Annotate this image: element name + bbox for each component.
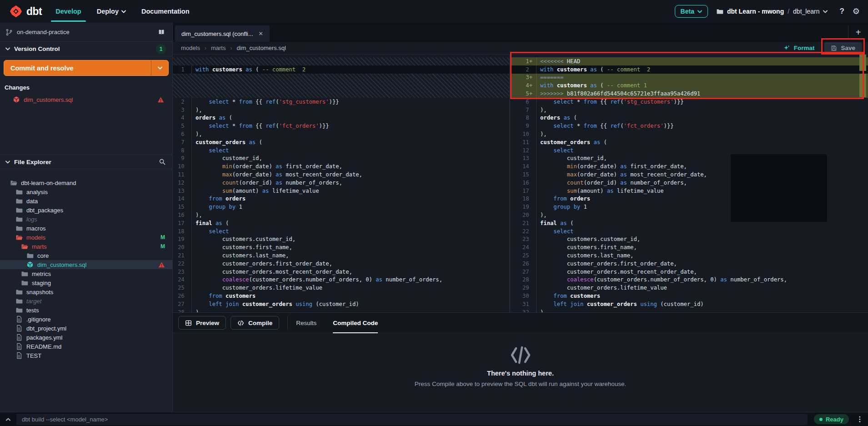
tree-item-macros[interactable]: macros — [0, 224, 172, 233]
code-line: 28 ) — [173, 308, 509, 312]
save-button[interactable]: Save — [824, 42, 862, 54]
code-line: 23 customer_orders.most_recent_order_dat… — [173, 268, 509, 276]
folder-icon — [21, 279, 28, 286]
code-line: 2 with customers as ( -- comment 2 — [510, 65, 868, 74]
tree-item-snapshots[interactable]: snapshots — [0, 287, 172, 296]
editor-area: dim_customers.sql (confli... ✕ + models … — [173, 23, 868, 412]
folder-icon — [15, 225, 23, 232]
code-line: 26 customer_orders.first_order_date, — [510, 260, 868, 268]
tree-item-label: metrics — [32, 271, 51, 277]
tree-item-label: dbt_project.yml — [26, 325, 66, 332]
tree-item-models[interactable]: modelsM — [0, 233, 172, 242]
tab-dim-customers[interactable]: dim_customers.sql (confli... ✕ — [175, 25, 270, 42]
dbt-cloud-ide: dbt Develop Deploy Documentation Beta db… — [0, 0, 868, 426]
code-line: 17 final as ( — [173, 219, 509, 227]
tab-results[interactable]: Results — [296, 312, 316, 333]
tree-item-data[interactable]: data — [0, 196, 172, 205]
search-icon[interactable] — [159, 158, 166, 165]
code-line: 14 from orders — [173, 195, 509, 203]
command-input[interactable] — [16, 414, 808, 425]
tree-item-core[interactable]: core — [0, 251, 172, 260]
version-control-header[interactable]: Version Control 1 — [0, 42, 172, 56]
project-switcher[interactable]: dbt Learn - mwong / dbt_learn — [716, 8, 828, 15]
nav-deploy[interactable]: Deploy — [97, 8, 126, 15]
code-brackets-icon — [510, 346, 532, 364]
code-line: 1 with customers as ( -- comment 2 — [173, 65, 509, 74]
kebab-menu-icon[interactable]: ⋮ — [854, 415, 865, 423]
breadcrumb-marts[interactable]: marts — [211, 45, 226, 51]
format-button[interactable]: Format — [783, 45, 815, 51]
status-badge: Ready — [814, 414, 849, 424]
code-line: 12 select — [510, 146, 868, 155]
code-line: 25 customers.last_name, — [510, 251, 868, 260]
tree-item-dbt-project-yml[interactable]: dbt_project.yml — [0, 324, 172, 333]
tree-item-dbt-learn-on-demand[interactable]: dbt-learn-on-demand — [0, 178, 172, 187]
tree-item-packages-yml[interactable]: packages.yml — [0, 333, 172, 342]
tree-item-label: tests — [26, 307, 39, 314]
tree-item-analysis[interactable]: analysis — [0, 187, 172, 196]
gear-icon[interactable]: ⚙ — [853, 6, 860, 16]
modified-badge: M — [161, 234, 165, 241]
file-explorer-header[interactable]: File Explorer — [0, 155, 172, 169]
tree-item-label: dbt-learn-on-demand — [21, 180, 76, 186]
model-cube-icon — [13, 96, 20, 103]
code-line: 20 customers.first_name, — [173, 243, 509, 251]
nav-documentation[interactable]: Documentation — [141, 8, 190, 15]
code-line: 4 orders as ( — [173, 114, 509, 122]
file-icon — [15, 343, 23, 350]
tree-item-readme-md[interactable]: README.md — [0, 342, 172, 351]
tree-item-dim-customers-sql[interactable]: dim_customers.sql — [0, 260, 172, 269]
changed-file-row[interactable]: dim_customers.sql — [0, 95, 172, 105]
file-tree: dbt-learn-on-demandanalysisdatadbt_packa… — [0, 169, 172, 360]
tree-item-marts[interactable]: martsM — [0, 242, 172, 251]
code-line: 26 from customers — [173, 292, 509, 300]
top-bar: dbt Develop Deploy Documentation Beta db… — [0, 0, 868, 23]
preview-button[interactable]: Preview — [178, 316, 226, 330]
tree-item-logs[interactable]: logs — [0, 215, 172, 224]
code-line: 2 select * from {{ ref('stg_customers')}… — [173, 98, 509, 106]
book-icon[interactable] — [158, 29, 165, 36]
tab-compiled-code[interactable]: Compiled Code — [333, 312, 378, 333]
code-line: 10 ), — [510, 130, 868, 138]
status-dot — [819, 418, 823, 421]
tree-item-tests[interactable]: tests — [0, 306, 172, 315]
sidebar: on-demand-practice Version Control 1 Com… — [0, 23, 173, 412]
code-line: 5+>>>>>>> b81f802a66fd544504c65721e3ffaa… — [510, 90, 868, 98]
tree-item-label: dim_customers.sql — [37, 261, 86, 268]
new-tab-button[interactable]: + — [848, 25, 868, 39]
commit-and-resolve-button[interactable]: Commit and resolve — [4, 60, 169, 76]
code-line: 25 customer_orders.lifetime_value — [173, 284, 509, 292]
dbt-logo[interactable]: dbt — [9, 5, 42, 18]
branch-selector[interactable]: on-demand-practice — [0, 23, 172, 42]
code-line: 8 select — [173, 146, 509, 155]
tree-item-label: target — [26, 298, 41, 305]
command-bar: Ready ⋮ — [0, 412, 868, 426]
folder-icon — [15, 197, 23, 205]
overview-ruler[interactable] — [858, 55, 867, 312]
tree-item-test[interactable]: TEST — [0, 351, 172, 360]
changes-label: Changes — [5, 84, 172, 91]
beta-toggle[interactable]: Beta — [675, 5, 708, 18]
tree-item-metrics[interactable]: metrics — [0, 269, 172, 278]
breadcrumb-file[interactable]: dim_customers.sql — [236, 45, 286, 51]
close-icon[interactable]: ✕ — [259, 30, 263, 37]
tree-item--gitignore[interactable]: .gitignore — [0, 315, 172, 324]
commit-options-chevron[interactable] — [151, 60, 168, 75]
breadcrumb-models[interactable]: models — [181, 45, 200, 51]
file-explorer-title: File Explorer — [14, 159, 51, 165]
chevron-down-icon — [158, 66, 162, 70]
code-line: 8 orders as ( — [510, 114, 868, 122]
folder-icon — [15, 306, 23, 314]
chevron-up-icon[interactable] — [0, 418, 16, 421]
chevron-down-icon — [5, 160, 10, 164]
tab-bar: dim_customers.sql (confli... ✕ + — [173, 23, 868, 42]
code-pane-current[interactable]: 1 with customers as ( -- comment 22 sele… — [173, 55, 510, 312]
tree-item-staging[interactable]: staging — [0, 278, 172, 287]
compile-button[interactable]: Compile — [231, 316, 279, 330]
nav-develop[interactable]: Develop — [55, 8, 81, 15]
tree-item-dbt-packages[interactable]: dbt_packages — [0, 205, 172, 215]
code-line: 6 select * from {{ ref('stg_customers')}… — [510, 98, 868, 106]
tree-item-target[interactable]: target — [0, 296, 172, 306]
help-icon[interactable]: ? — [839, 7, 844, 16]
code-line: 29 customer_orders.lifetime_value — [510, 284, 868, 292]
